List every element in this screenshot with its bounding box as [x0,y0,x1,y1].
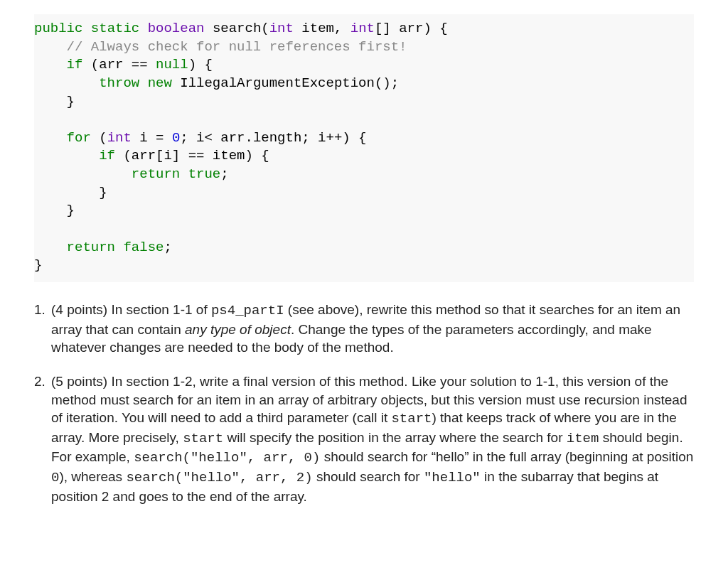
code-token [139,75,147,91]
code-token [34,75,99,91]
question-number: 1. [34,301,51,357]
code-line: } [34,184,694,203]
code-token [34,240,67,255]
code-token: ; [164,240,171,255]
code-token: if [99,148,115,163]
code-line: throw new IllegalArgumentException(); [34,75,694,93]
code-line: } [34,202,694,220]
code-token: throw [99,75,139,91]
code-token: return [132,166,180,182]
code-token: int [350,21,375,36]
code-line: return false; [34,239,694,257]
code-token: public [34,21,82,36]
code-token: search( [204,21,269,36]
code-line: } [34,257,694,275]
inline-code: search("hello", arr, 0) [134,450,320,466]
text-run: will specify the position in the array w… [223,430,567,445]
code-token [115,240,123,255]
code-token: true [188,166,221,182]
code-token: int [107,130,132,146]
text-run: should search for “hello” in the full ar… [320,449,693,464]
italic-text: any type of object [185,322,291,337]
code-token [180,166,188,182]
inline-code: ps4_partI [211,303,284,318]
code-token: ; i< arr.length; i++) { [180,130,366,146]
page-root: public static boolean search(int item, i… [0,0,728,542]
code-line: if (arr[i] == item) { [34,147,694,166]
code-line [34,220,694,239]
code-token: if [67,57,83,72]
code-line: } [34,93,694,112]
code-token: return [67,240,115,255]
code-token: static [91,21,139,36]
question-list: 1.(4 points) In section 1-1 of ps4_partI… [34,301,694,505]
question-number: 2. [34,372,51,505]
code-token: } [34,94,75,109]
code-token [82,21,90,36]
code-token: ) { [188,57,213,72]
inline-code: start [183,431,223,446]
inline-code: "hello" [424,470,481,485]
code-token: false [123,240,164,255]
code-token: item, [294,21,350,36]
code-line: public static boolean search(int item, i… [34,20,694,38]
code-token: } [34,257,42,273]
code-token: boolean [148,21,205,36]
code-line: // Always check for null references firs… [34,38,694,57]
text-run: should search for [313,469,424,484]
question-body: (4 points) In section 1-1 of ps4_partI (… [51,301,694,357]
code-token [34,57,67,72]
code-token: } [34,203,75,218]
code-token: ( [91,130,107,146]
code-line: if (arr == null) { [34,56,694,75]
code-token: 0 [172,130,180,146]
code-token [34,148,99,163]
code-token: // Always check for null references firs… [67,39,407,55]
code-token: [] arr) { [375,21,448,36]
code-token: int [269,21,294,36]
inline-code: item [567,431,599,446]
code-token: i = [132,130,172,146]
inline-code: search("hello", arr, 2) [126,470,312,485]
code-token [139,21,147,36]
code-token: for [67,130,91,146]
code-token [34,166,132,182]
code-line: for (int i = 0; i< arr.length; i++) { [34,129,694,148]
code-token [34,39,67,55]
text-run: ), whereas [59,469,126,484]
inline-code: start [391,411,432,426]
code-token: null [156,57,188,72]
code-token: new [148,75,172,91]
code-token: (arr == [82,57,156,72]
text-run: (4 points) In section 1-1 of [51,302,211,317]
code-block: public static boolean search(int item, i… [34,14,694,282]
code-token: IllegalArgumentException(); [172,75,399,91]
code-line: return true; [34,166,694,184]
question: 1.(4 points) In section 1-1 of ps4_partI… [34,301,694,357]
code-line [34,111,694,129]
code-token: } [34,185,107,200]
question: 2.(5 points) In section 1-2, write a fin… [34,372,694,505]
code-token: ; [220,166,228,182]
code-token [34,130,67,146]
question-body: (5 points) In section 1-2, write a final… [51,372,694,505]
inline-code: 0 [51,470,59,485]
code-token: (arr[i] == item) { [115,148,269,163]
